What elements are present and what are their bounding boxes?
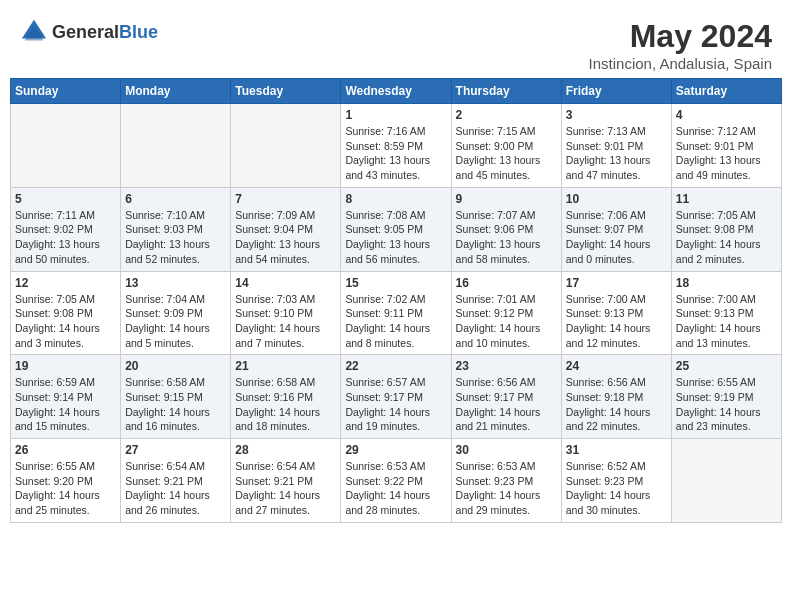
calendar-cell: 30Sunrise: 6:53 AM Sunset: 9:23 PM Dayli… [451, 439, 561, 523]
day-number: 5 [15, 192, 116, 206]
calendar-cell: 1Sunrise: 7:16 AM Sunset: 8:59 PM Daylig… [341, 104, 451, 188]
day-info: Sunrise: 6:56 AM Sunset: 9:18 PM Dayligh… [566, 375, 667, 434]
day-number: 2 [456, 108, 557, 122]
day-header-thursday: Thursday [451, 79, 561, 104]
day-number: 22 [345, 359, 446, 373]
day-info: Sunrise: 6:54 AM Sunset: 9:21 PM Dayligh… [125, 459, 226, 518]
day-info: Sunrise: 6:58 AM Sunset: 9:16 PM Dayligh… [235, 375, 336, 434]
calendar-cell: 18Sunrise: 7:00 AM Sunset: 9:13 PM Dayli… [671, 271, 781, 355]
day-number: 21 [235, 359, 336, 373]
calendar-cell: 31Sunrise: 6:52 AM Sunset: 9:23 PM Dayli… [561, 439, 671, 523]
calendar-title: May 2024 [589, 18, 772, 55]
day-number: 28 [235, 443, 336, 457]
calendar-cell: 15Sunrise: 7:02 AM Sunset: 9:11 PM Dayli… [341, 271, 451, 355]
day-number: 23 [456, 359, 557, 373]
day-info: Sunrise: 7:06 AM Sunset: 9:07 PM Dayligh… [566, 208, 667, 267]
day-header-tuesday: Tuesday [231, 79, 341, 104]
calendar-header: SundayMondayTuesdayWednesdayThursdayFrid… [11, 79, 782, 104]
day-info: Sunrise: 7:12 AM Sunset: 9:01 PM Dayligh… [676, 124, 777, 183]
days-of-week-row: SundayMondayTuesdayWednesdayThursdayFrid… [11, 79, 782, 104]
logo-text-general: General [52, 22, 119, 42]
calendar-cell: 20Sunrise: 6:58 AM Sunset: 9:15 PM Dayli… [121, 355, 231, 439]
day-number: 20 [125, 359, 226, 373]
day-info: Sunrise: 7:09 AM Sunset: 9:04 PM Dayligh… [235, 208, 336, 267]
calendar-cell: 11Sunrise: 7:05 AM Sunset: 9:08 PM Dayli… [671, 187, 781, 271]
day-info: Sunrise: 6:55 AM Sunset: 9:19 PM Dayligh… [676, 375, 777, 434]
day-info: Sunrise: 6:59 AM Sunset: 9:14 PM Dayligh… [15, 375, 116, 434]
day-number: 16 [456, 276, 557, 290]
day-header-sunday: Sunday [11, 79, 121, 104]
day-header-wednesday: Wednesday [341, 79, 451, 104]
calendar-cell: 25Sunrise: 6:55 AM Sunset: 9:19 PM Dayli… [671, 355, 781, 439]
day-info: Sunrise: 7:04 AM Sunset: 9:09 PM Dayligh… [125, 292, 226, 351]
day-number: 4 [676, 108, 777, 122]
day-info: Sunrise: 6:53 AM Sunset: 9:22 PM Dayligh… [345, 459, 446, 518]
day-header-friday: Friday [561, 79, 671, 104]
day-number: 24 [566, 359, 667, 373]
day-number: 31 [566, 443, 667, 457]
logo-icon [20, 18, 48, 46]
day-info: Sunrise: 7:01 AM Sunset: 9:12 PM Dayligh… [456, 292, 557, 351]
day-number: 25 [676, 359, 777, 373]
calendar-subtitle: Instincion, Andalusia, Spain [589, 55, 772, 72]
day-number: 27 [125, 443, 226, 457]
calendar-cell: 27Sunrise: 6:54 AM Sunset: 9:21 PM Dayli… [121, 439, 231, 523]
page-header: GeneralBlue May 2024 Instincion, Andalus… [10, 10, 782, 78]
day-number: 29 [345, 443, 446, 457]
day-number: 19 [15, 359, 116, 373]
day-info: Sunrise: 6:53 AM Sunset: 9:23 PM Dayligh… [456, 459, 557, 518]
day-info: Sunrise: 7:03 AM Sunset: 9:10 PM Dayligh… [235, 292, 336, 351]
week-row-3: 12Sunrise: 7:05 AM Sunset: 9:08 PM Dayli… [11, 271, 782, 355]
day-number: 15 [345, 276, 446, 290]
week-row-1: 1Sunrise: 7:16 AM Sunset: 8:59 PM Daylig… [11, 104, 782, 188]
day-info: Sunrise: 7:08 AM Sunset: 9:05 PM Dayligh… [345, 208, 446, 267]
day-info: Sunrise: 7:02 AM Sunset: 9:11 PM Dayligh… [345, 292, 446, 351]
week-row-2: 5Sunrise: 7:11 AM Sunset: 9:02 PM Daylig… [11, 187, 782, 271]
calendar-cell: 12Sunrise: 7:05 AM Sunset: 9:08 PM Dayli… [11, 271, 121, 355]
calendar-cell: 9Sunrise: 7:07 AM Sunset: 9:06 PM Daylig… [451, 187, 561, 271]
calendar-cell: 16Sunrise: 7:01 AM Sunset: 9:12 PM Dayli… [451, 271, 561, 355]
calendar-cell: 28Sunrise: 6:54 AM Sunset: 9:21 PM Dayli… [231, 439, 341, 523]
calendar-cell [671, 439, 781, 523]
day-header-monday: Monday [121, 79, 231, 104]
calendar-cell: 6Sunrise: 7:10 AM Sunset: 9:03 PM Daylig… [121, 187, 231, 271]
day-info: Sunrise: 7:00 AM Sunset: 9:13 PM Dayligh… [566, 292, 667, 351]
calendar-cell: 8Sunrise: 7:08 AM Sunset: 9:05 PM Daylig… [341, 187, 451, 271]
title-block: May 2024 Instincion, Andalusia, Spain [589, 18, 772, 72]
calendar-cell [121, 104, 231, 188]
day-number: 6 [125, 192, 226, 206]
day-info: Sunrise: 6:54 AM Sunset: 9:21 PM Dayligh… [235, 459, 336, 518]
week-row-5: 26Sunrise: 6:55 AM Sunset: 9:20 PM Dayli… [11, 439, 782, 523]
day-number: 13 [125, 276, 226, 290]
calendar-cell: 13Sunrise: 7:04 AM Sunset: 9:09 PM Dayli… [121, 271, 231, 355]
day-number: 10 [566, 192, 667, 206]
day-number: 18 [676, 276, 777, 290]
calendar-cell: 3Sunrise: 7:13 AM Sunset: 9:01 PM Daylig… [561, 104, 671, 188]
calendar-cell: 22Sunrise: 6:57 AM Sunset: 9:17 PM Dayli… [341, 355, 451, 439]
day-info: Sunrise: 6:58 AM Sunset: 9:15 PM Dayligh… [125, 375, 226, 434]
day-number: 12 [15, 276, 116, 290]
calendar-cell [11, 104, 121, 188]
calendar-cell [231, 104, 341, 188]
calendar-cell: 23Sunrise: 6:56 AM Sunset: 9:17 PM Dayli… [451, 355, 561, 439]
week-row-4: 19Sunrise: 6:59 AM Sunset: 9:14 PM Dayli… [11, 355, 782, 439]
day-number: 9 [456, 192, 557, 206]
calendar-cell: 5Sunrise: 7:11 AM Sunset: 9:02 PM Daylig… [11, 187, 121, 271]
day-number: 26 [15, 443, 116, 457]
day-info: Sunrise: 7:00 AM Sunset: 9:13 PM Dayligh… [676, 292, 777, 351]
day-info: Sunrise: 7:05 AM Sunset: 9:08 PM Dayligh… [15, 292, 116, 351]
calendar-cell: 17Sunrise: 7:00 AM Sunset: 9:13 PM Dayli… [561, 271, 671, 355]
day-info: Sunrise: 6:56 AM Sunset: 9:17 PM Dayligh… [456, 375, 557, 434]
calendar-cell: 29Sunrise: 6:53 AM Sunset: 9:22 PM Dayli… [341, 439, 451, 523]
day-number: 1 [345, 108, 446, 122]
day-header-saturday: Saturday [671, 79, 781, 104]
day-number: 17 [566, 276, 667, 290]
calendar-cell: 2Sunrise: 7:15 AM Sunset: 9:00 PM Daylig… [451, 104, 561, 188]
day-info: Sunrise: 7:13 AM Sunset: 9:01 PM Dayligh… [566, 124, 667, 183]
day-info: Sunrise: 7:11 AM Sunset: 9:02 PM Dayligh… [15, 208, 116, 267]
calendar-cell: 21Sunrise: 6:58 AM Sunset: 9:16 PM Dayli… [231, 355, 341, 439]
day-info: Sunrise: 6:55 AM Sunset: 9:20 PM Dayligh… [15, 459, 116, 518]
day-info: Sunrise: 6:52 AM Sunset: 9:23 PM Dayligh… [566, 459, 667, 518]
day-number: 30 [456, 443, 557, 457]
day-number: 7 [235, 192, 336, 206]
